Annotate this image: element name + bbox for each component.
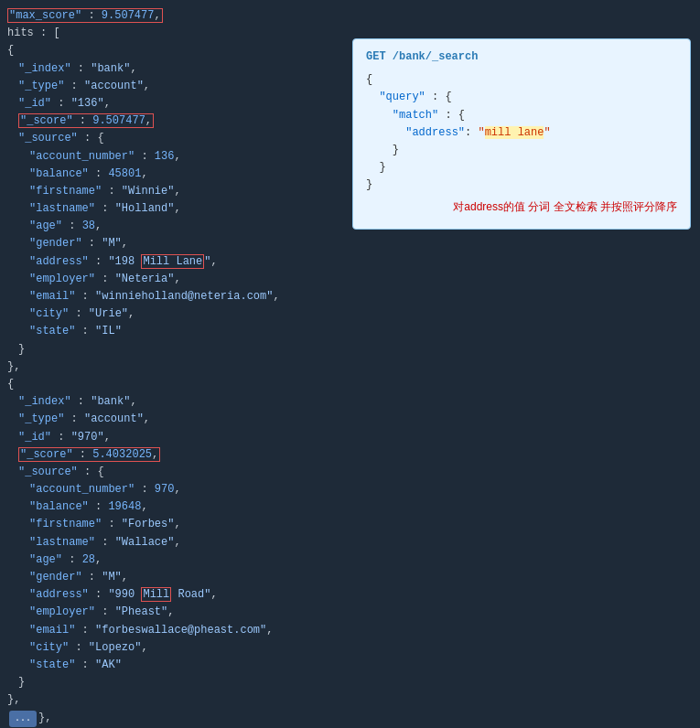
record1-score-highlight: "_score" : 9.507477, <box>18 113 154 128</box>
record2-age: "age" : 28, <box>7 551 696 569</box>
record1-address-highlight: Mill Lane <box>141 254 204 269</box>
tooltip-line-1: { <box>366 71 677 89</box>
tooltip-get-line: GET /bank/_search <box>366 48 677 66</box>
tooltip-line-3: "match" : { <box>366 107 677 124</box>
record2-score-highlight: "_score" : 5.4032025, <box>18 447 160 462</box>
record2-address-highlight: Mill <box>141 587 171 602</box>
record1-state: "state" : "IL" <box>7 323 696 340</box>
record1-city: "city" : "Urie", <box>7 305 696 323</box>
ellipsis-row1: ...}, <box>7 710 696 727</box>
record2-email: "email" : "forbeswallace@pheast.com", <box>7 622 696 639</box>
record2-open: { <box>7 376 696 393</box>
record2-lastname: "lastname" : "Wallace", <box>7 534 696 551</box>
record1-source-close: } <box>7 341 696 359</box>
record2-source-open: "_source" : { <box>7 464 696 481</box>
record2-source-close: } <box>7 674 696 691</box>
tooltip-line-2: "query" : { <box>366 89 677 106</box>
max-score-line: "max_score" : 9.507477, <box>7 7 696 25</box>
record2-score: "_score" : 5.4032025, <box>7 446 696 464</box>
tooltip-line-7: } <box>366 177 677 194</box>
record2-account-number: "account_number" : 970, <box>7 481 696 498</box>
record1-email: "email" : "winnieholland@neteria.com", <box>7 288 696 305</box>
record2-state: "state" : "AK" <box>7 657 696 674</box>
record2-city: "city" : "Lopezo", <box>7 639 696 657</box>
record2-employer: "employer" : "Pheast", <box>7 604 696 621</box>
record2-type: "_type" : "account", <box>7 411 696 428</box>
record2-firstname: "firstname" : "Forbes", <box>7 516 696 533</box>
record1-employer: "employer" : "Neteria", <box>7 271 696 288</box>
record1-gender: "gender" : "M", <box>7 235 696 252</box>
tooltip-line-6: } <box>366 159 677 177</box>
record2-close: }, <box>7 691 696 709</box>
record2-address: "address" : "990 Mill Road", <box>7 586 696 604</box>
record2-id: "_id" : "970", <box>7 429 696 446</box>
record2-balance: "balance" : 19648, <box>7 498 696 516</box>
record2-index: "_index" : "bank", <box>7 393 696 411</box>
code-area: "max_score" : 9.507477, hits : [ { "_ind… <box>0 0 700 728</box>
tooltip-line-4: "address": "mill lane" <box>366 124 677 142</box>
query-tooltip: GET /bank/_search { "query" : { "match" … <box>352 38 691 230</box>
record1-address: "address" : "198 Mill Lane", <box>7 253 696 271</box>
max-score-highlight: "max_score" : 9.507477, <box>7 8 163 23</box>
record1-close: }, <box>7 359 696 376</box>
tooltip-comment: 对address的值 分词 全文检索 并按照评分降序 <box>366 198 677 216</box>
tooltip-line-5: } <box>366 142 677 159</box>
ellipsis-btn-1[interactable]: ... <box>9 711 37 727</box>
record2-gender: "gender" : "M", <box>7 569 696 586</box>
